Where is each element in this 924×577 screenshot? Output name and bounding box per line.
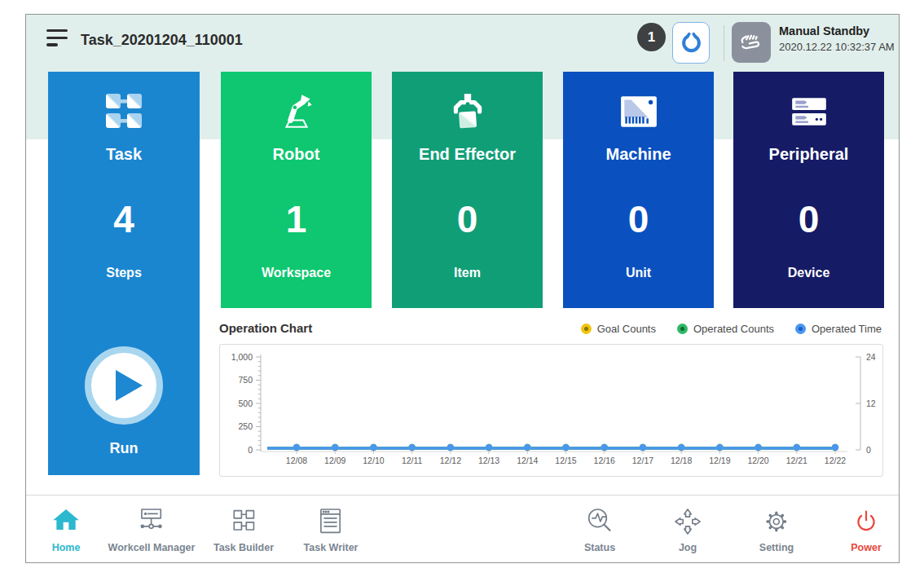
nav-status-label: Status [583, 542, 616, 553]
run-label: Run [48, 440, 200, 457]
goal-counts-dot-icon [581, 324, 592, 334]
chart-legend: Goal Counts Operated Counts Operated Tim… [581, 323, 882, 335]
run-button[interactable] [84, 346, 164, 425]
svg-text:12: 12 [866, 399, 876, 408]
header-divider [724, 25, 724, 61]
nav-setting-label: Setting [759, 542, 794, 553]
svg-text:0: 0 [866, 445, 871, 455]
nav-setting[interactable]: Setting [759, 505, 794, 553]
card-task-unit: Steps [48, 266, 200, 280]
nav-home-label: Home [50, 542, 82, 553]
svg-text:12/13: 12/13 [478, 456, 499, 465]
legend-operated-counts-label: Operated Counts [693, 323, 774, 335]
manual-hand-icon [738, 29, 764, 55]
workcell-manager-icon [135, 505, 168, 538]
end-effector-gripper-icon [447, 91, 488, 132]
card-task-value: 4 [48, 197, 200, 241]
svg-text:12/21: 12/21 [786, 456, 807, 465]
svg-text:12/19: 12/19 [709, 456, 730, 465]
datetime-label: 2020.12.22 10:32:37 AM [779, 41, 895, 53]
nav-task-writer[interactable]: Task Writer [304, 505, 359, 553]
operated-counts-dot-icon [677, 324, 688, 334]
card-machine-value: 0 [563, 197, 714, 241]
bottom-nav: Home Workcell Manager [26, 495, 899, 563]
legend-operated-counts[interactable]: Operated Counts [677, 323, 774, 335]
manual-mode-tile[interactable] [732, 22, 771, 63]
nav-task-writer-label: Task Writer [304, 542, 359, 553]
svg-text:12/20: 12/20 [747, 456, 768, 465]
operation-chart-title: Operation Chart [219, 321, 312, 335]
mode-label: Manual Standby [779, 24, 895, 37]
nav-jog[interactable]: Jog [671, 505, 704, 553]
task-title: Task_20201204_110001 [81, 32, 243, 49]
menu-button[interactable] [46, 29, 69, 51]
nav-task-builder[interactable]: Task Builder [213, 505, 274, 553]
legend-goal-counts-label: Goal Counts [597, 323, 656, 335]
setting-gear-icon [760, 505, 793, 538]
svg-text:12/12: 12/12 [440, 456, 461, 465]
operation-chart-panel: 1,00075050025002412012/0812/0912/1012/11… [219, 344, 883, 477]
nav-workcell-manager[interactable]: Workcell Manager [108, 505, 196, 553]
nav-power-label: Power [850, 542, 882, 553]
card-peripheral-title: Peripheral [733, 145, 884, 164]
nav-task-builder-label: Task Builder [213, 542, 274, 553]
legend-operated-time[interactable]: Operated Time [795, 323, 882, 335]
app-frame: Task_20201204_110001 1 Manual Standby 20… [25, 14, 900, 563]
card-peripheral[interactable]: Peripheral 0 Device [733, 72, 884, 308]
card-end-effector[interactable]: End Effector 0 Item [392, 72, 543, 308]
svg-text:750: 750 [238, 375, 253, 385]
svg-text:12/22: 12/22 [825, 456, 846, 465]
peripheral-device-icon [789, 91, 829, 132]
svg-text:0: 0 [248, 445, 253, 455]
nav-home[interactable]: Home [50, 505, 82, 553]
gripper-button[interactable] [672, 22, 710, 64]
svg-text:12/18: 12/18 [671, 456, 692, 465]
svg-text:12/16: 12/16 [594, 456, 615, 465]
svg-text:1,000: 1,000 [231, 352, 253, 362]
card-robot-value: 1 [221, 197, 372, 241]
task-steps-icon [104, 91, 143, 130]
operation-chart: 1,00075050025002412012/0812/0912/1012/11… [220, 345, 882, 476]
nav-power[interactable]: Power [850, 505, 882, 553]
card-task-title: Task [48, 145, 200, 164]
card-machine-unit: Unit [563, 266, 714, 280]
svg-text:12/14: 12/14 [517, 456, 538, 465]
power-icon [850, 505, 882, 538]
card-robot[interactable]: Robot 1 Workspace [221, 72, 372, 308]
card-end-effector-value: 0 [392, 197, 543, 241]
card-end-effector-unit: Item [392, 266, 543, 280]
card-machine[interactable]: Machine 0 Unit [563, 72, 714, 308]
svg-text:12/11: 12/11 [402, 456, 423, 465]
nav-status[interactable]: Status [583, 505, 616, 553]
svg-text:24: 24 [866, 352, 876, 362]
nav-workcell-manager-label: Workcell Manager [108, 542, 196, 553]
machine-icon [618, 91, 659, 132]
svg-text:12/10: 12/10 [363, 456, 384, 465]
gripper-icon [680, 32, 702, 54]
card-peripheral-value: 0 [733, 197, 884, 241]
robot-arm-icon [276, 91, 317, 132]
task-builder-icon [227, 505, 260, 538]
svg-text:12/09: 12/09 [324, 456, 345, 465]
card-robot-unit: Workspace [221, 266, 372, 280]
card-machine-title: Machine [563, 145, 714, 164]
svg-text:500: 500 [238, 399, 253, 408]
hamburger-icon [46, 29, 69, 46]
jog-icon [671, 505, 704, 538]
nav-jog-label: Jog [671, 542, 704, 553]
svg-text:12/17: 12/17 [632, 456, 653, 465]
operated-time-dot-icon [795, 324, 806, 334]
card-end-effector-title: End Effector [392, 145, 543, 164]
status-icon [583, 505, 616, 538]
annotation-badge: 1 [637, 23, 666, 51]
svg-text:12/08: 12/08 [286, 456, 307, 465]
card-peripheral-unit: Device [733, 266, 884, 280]
card-task[interactable]: Task 4 Steps Run [48, 72, 200, 475]
legend-operated-time-label: Operated Time [812, 323, 882, 335]
legend-goal-counts[interactable]: Goal Counts [581, 323, 656, 335]
svg-text:12/15: 12/15 [555, 456, 576, 465]
task-writer-icon [315, 505, 347, 538]
home-icon [50, 505, 82, 538]
svg-text:250: 250 [238, 421, 253, 431]
robot-mode-block: Manual Standby 2020.12.22 10:32:37 AM [779, 24, 895, 53]
